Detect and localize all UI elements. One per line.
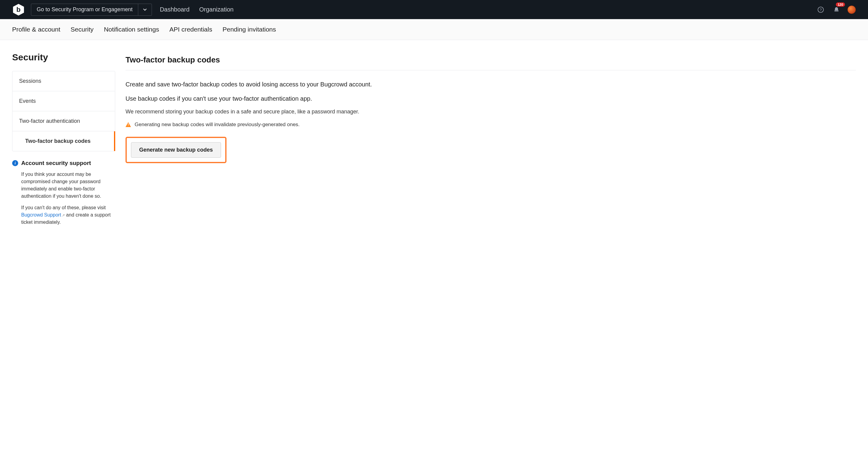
svg-rect-4 xyxy=(834,11,838,11)
generate-backup-codes-button[interactable]: Generate new backup codes xyxy=(131,142,221,158)
support-title: Account security support xyxy=(21,160,91,166)
settings-subnav: Profile & account Security Notification … xyxy=(0,19,868,40)
nav-dashboard[interactable]: Dashboard xyxy=(158,6,191,13)
support-text-2-pre: If you can't do any of these, please vis… xyxy=(21,205,106,210)
section-heading: Two-factor backup codes xyxy=(125,55,856,70)
warning-text: Generating new backup codes will invalid… xyxy=(134,122,300,128)
svg-text:b: b xyxy=(17,5,21,13)
svg-text:?: ? xyxy=(819,7,822,12)
page-title: Security xyxy=(12,52,115,62)
sidebar-item-backup-codes[interactable]: Two-factor backup codes xyxy=(12,131,115,151)
logo-icon[interactable]: b xyxy=(12,3,25,16)
subnav-api-credentials[interactable]: API credentials xyxy=(169,19,212,40)
security-side-menu: Sessions Events Two-factor authenticatio… xyxy=(12,71,115,151)
subnav-pending-invitations[interactable]: Pending invitations xyxy=(222,19,276,40)
intro-text-1: Create and save two-factor backup codes … xyxy=(125,80,856,89)
subnav-notification-settings[interactable]: Notification settings xyxy=(104,19,159,40)
info-icon: i xyxy=(12,160,18,166)
warning-icon xyxy=(125,122,131,127)
avatar[interactable] xyxy=(847,5,856,14)
chevron-down-icon[interactable] xyxy=(138,8,152,11)
page-body: Security Sessions Events Two-factor auth… xyxy=(0,40,868,242)
main-content: Two-factor backup codes Create and save … xyxy=(125,52,856,163)
sidebar-item-sessions[interactable]: Sessions xyxy=(12,71,115,91)
sidebar-item-events[interactable]: Events xyxy=(12,91,115,111)
bugcrowd-support-link[interactable]: Bugcrowd Support xyxy=(21,212,61,217)
intro-text-2: Use backup codes if you can't use your t… xyxy=(125,94,856,103)
notification-count-badge: 120 xyxy=(836,2,845,7)
support-callout: i Account security support If you think … xyxy=(12,160,115,226)
warning-row: Generating new backup codes will invalid… xyxy=(125,122,856,128)
subnav-profile-account[interactable]: Profile & account xyxy=(12,19,60,40)
nav-organization[interactable]: Organization xyxy=(197,6,235,13)
top-nav-bar: b Go to Security Program or Engagement D… xyxy=(0,0,868,19)
notifications-button[interactable]: 120 xyxy=(832,5,841,14)
subnav-security[interactable]: Security xyxy=(71,19,94,40)
program-dropdown[interactable]: Go to Security Program or Engagement xyxy=(31,4,152,16)
highlight-frame: Generate new backup codes xyxy=(125,137,226,163)
help-icon[interactable]: ? xyxy=(816,5,826,14)
program-dropdown-label: Go to Security Program or Engagement xyxy=(31,6,138,13)
external-link-icon: ↗ xyxy=(62,213,65,217)
intro-text-3: We recommend storing your backup codes i… xyxy=(125,108,856,115)
sidebar-item-two-factor-auth[interactable]: Two-factor authentication xyxy=(12,111,115,131)
support-text-2: If you can't do any of these, please vis… xyxy=(21,204,115,226)
support-text-1: If you think your account may be comprom… xyxy=(21,171,115,200)
